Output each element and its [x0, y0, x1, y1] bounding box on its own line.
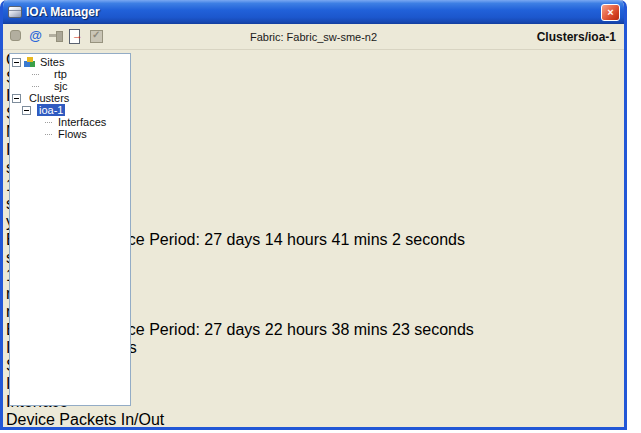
app-icon	[8, 6, 22, 18]
tree-connector	[45, 122, 52, 123]
tree-connector	[32, 86, 39, 87]
tree-item-clusters[interactable]: Clusters	[12, 92, 130, 104]
column-header-device-bytes[interactable]: Device Bytes In/Out	[6, 429, 621, 430]
tree-item-label[interactable]: Interfaces	[56, 116, 108, 128]
tree-item-label[interactable]: Clusters	[27, 92, 71, 104]
tree-item-flows[interactable]: Flows	[12, 128, 130, 140]
tree-item-label[interactable]: Sites	[38, 56, 66, 68]
main-content: Sites rtp sjc Clusters	[6, 51, 621, 424]
column-header-device-packets[interactable]: Device Packets In/Out	[6, 411, 621, 429]
collapse-minus-icon[interactable]	[12, 58, 21, 67]
collapse-minus-icon[interactable]	[22, 106, 31, 115]
navigation-tree: Sites rtp sjc Clusters	[9, 53, 131, 406]
tree-item-interfaces[interactable]: Interfaces	[12, 116, 130, 128]
tree-item-ioa-1[interactable]: ioa-1	[12, 104, 130, 116]
site-database-icon	[40, 81, 49, 91]
tree-connector	[32, 74, 39, 75]
tree-item-label[interactable]: sjc	[52, 80, 69, 92]
tree-connector	[45, 134, 52, 135]
tree-item-label[interactable]: ioa-1	[37, 104, 65, 116]
title-bar[interactable]: IOA Manager	[3, 0, 624, 24]
site-database-icon	[40, 69, 49, 79]
ioa-manager-window: IOA Manager Fabric: Fabric_sw-sme-n2 Clu…	[0, 0, 627, 430]
tree-item-label[interactable]: Flows	[56, 128, 89, 140]
fabric-label: Fabric: Fabric_sw-sme-n2	[3, 31, 624, 43]
sites-icon	[24, 57, 35, 68]
tree-item-sites[interactable]: Sites	[12, 56, 130, 68]
window-title: IOA Manager	[26, 5, 601, 19]
tree-item-label[interactable]: rtp	[52, 68, 69, 80]
screenshot-canvas: IOA Manager Fabric: Fabric_sw-sme-n2 Clu…	[0, 0, 641, 433]
collapse-minus-icon[interactable]	[12, 94, 21, 103]
tree-item-sjc[interactable]: sjc	[12, 80, 130, 92]
toolbar: Fabric: Fabric_sw-sme-n2 Clusters/ioa-1	[3, 24, 624, 50]
context-breadcrumb: Clusters/ioa-1	[537, 30, 616, 44]
close-icon[interactable]	[601, 4, 620, 21]
tree-item-rtp[interactable]: rtp	[12, 68, 130, 80]
